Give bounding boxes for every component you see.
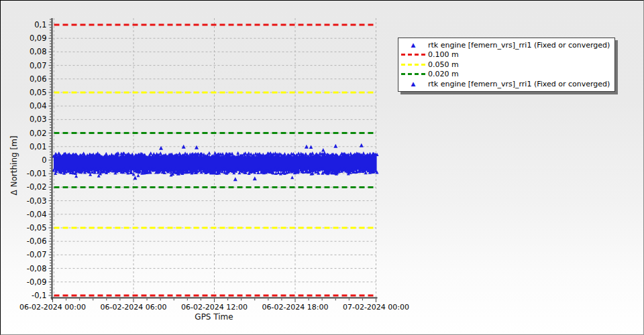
y-tick-label: 0,1 [34, 20, 46, 29]
y-tick-label: -0,06 [27, 237, 47, 246]
y-tick-label: -0,08 [27, 264, 47, 273]
y-tick-label: 0,05 [30, 88, 47, 97]
triangle-marker-icon: ▲ [398, 81, 428, 87]
y-tick-label: 0,09 [30, 34, 47, 43]
x-tick-label: 06-02-2024 00:00 [19, 303, 86, 312]
legend-item[interactable]: ▲rtk engine [femern_vrs]_rri1 (Fixed or … [398, 79, 610, 89]
y-tick-label: -0,07 [27, 250, 47, 259]
y-tick-label: 0,08 [30, 47, 47, 56]
y-tick-label: -0,02 [27, 182, 47, 192]
legend[interactable]: ▲rtk engine [femern_vrs]_rri1 (Fixed or … [398, 38, 615, 92]
y-tick-label: -0,03 [27, 196, 47, 206]
y-tick-label: -0,1 [32, 291, 46, 300]
legend-item-label: 0.050 m [428, 60, 459, 69]
x-tick-label: 07-02-2024 00:00 [343, 303, 409, 312]
dashed-line-swatch [398, 64, 428, 66]
legend-item-label: 0.020 m [428, 70, 459, 78]
y-axis-title: Δ Northing [m] [9, 135, 19, 195]
y-tick-label: 0,04 [30, 101, 47, 111]
x-tick-label: 06-02-2024 18:00 [262, 303, 328, 312]
y-tick-label: -0,01 [27, 169, 47, 178]
y-tick-label: 0,02 [30, 129, 47, 138]
y-tick-label: -0,04 [27, 210, 47, 219]
x-tick-label: 06-02-2024 12:00 [181, 303, 248, 312]
data-series [52, 143, 378, 181]
legend-item[interactable]: 0.020 m [398, 70, 610, 80]
legend-item-label: 0.100 m [428, 50, 459, 59]
dashed-line-swatch [398, 54, 428, 56]
y-tick-label: 0,01 [30, 142, 47, 151]
y-tick-label: 0,07 [30, 61, 47, 70]
legend-item[interactable]: ▲rtk engine [femern_vrs]_rri1 (Fixed or … [398, 40, 610, 50]
y-tick-label: -0,09 [27, 277, 47, 287]
legend-item[interactable]: 0.050 m [398, 60, 610, 70]
dashed-line-swatch [398, 73, 428, 75]
y-tick-label: 0 [42, 155, 46, 165]
triangle-marker-icon: ▲ [398, 42, 428, 48]
y-tick-label: 0,03 [30, 115, 47, 124]
legend-item-label: rtk engine [femern_vrs]_rri1 (Fixed or c… [428, 80, 610, 88]
chart-window: 0,10,090,080,070,060,050,040,030,020,010… [0, 0, 644, 335]
legend-item[interactable]: 0.100 m [398, 50, 610, 60]
y-tick-label: 0,06 [30, 74, 47, 84]
legend-item-label: rtk engine [femern_vrs]_rri1 (Fixed or c… [428, 41, 610, 50]
y-tick-label: -0,05 [27, 223, 47, 232]
x-tick-label: 06-02-2024 06:00 [100, 303, 166, 312]
x-axis-title: GPS Time [195, 312, 233, 322]
